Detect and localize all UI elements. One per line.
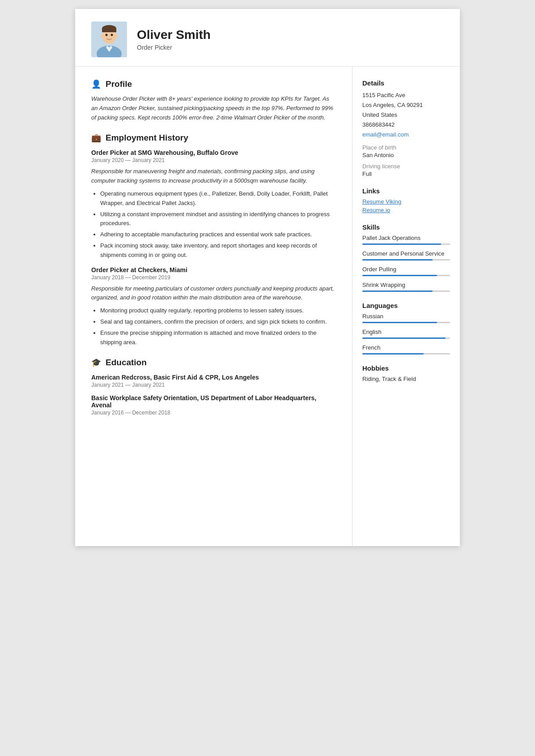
skill-3-fill: [362, 275, 437, 276]
skill-2-name: Customer and Personal Service: [362, 250, 450, 257]
lang-3-name: French: [362, 344, 450, 351]
list-item: Adhering to acceptable manufacturing pra…: [100, 230, 336, 239]
profile-icon: 👤: [91, 79, 101, 89]
job-1: Order Picker at SMG Warehousing, Buffalo…: [91, 149, 336, 260]
edu-1-title: American Redcross, Basic First Aid & CPR…: [91, 374, 336, 381]
details-phone: 3868683442: [362, 120, 450, 130]
lang-2-fill: [362, 337, 446, 339]
details-license-label: Driving license: [362, 163, 450, 170]
languages-section-title: Languages: [362, 302, 450, 309]
details-country: United States: [362, 110, 450, 120]
lang-1: Russian: [362, 313, 450, 323]
skill-4: Shrink Wrapping: [362, 282, 450, 292]
skill-2: Customer and Personal Service: [362, 250, 450, 261]
lang-1-bar: [362, 322, 450, 323]
svg-point-9: [115, 34, 118, 38]
details-pob-label: Place of birth: [362, 144, 450, 151]
avatar: [91, 21, 127, 57]
skill-2-bar: [362, 259, 450, 261]
list-item: Monitoring product quality regularly, re…: [100, 306, 336, 316]
details-section-title: Details: [362, 79, 450, 87]
education-icon: 🎓: [91, 358, 101, 367]
job-2: Order Picker at Checkers, Miami January …: [91, 266, 336, 347]
edu-1: American Redcross, Basic First Aid & CPR…: [91, 374, 336, 388]
skill-4-bar: [362, 290, 450, 292]
candidate-job-title: Order Picker: [137, 44, 211, 51]
header-info: Oliver Smith Order Picker: [137, 28, 211, 51]
list-item: Pack incoming stock away, take inventory…: [100, 241, 336, 260]
job-2-bullets: Monitoring product quality regularly, re…: [91, 306, 336, 347]
lang-2-name: English: [362, 329, 450, 335]
job-2-dates: January 2018 — December 2019: [91, 274, 336, 281]
profile-section-title: 👤 Profile: [91, 79, 336, 89]
resume-wrapper: Oliver Smith Order Picker 👤 Profile Ware…: [75, 9, 460, 546]
job-1-bullets: Operating numerous equipment types (i.e.…: [91, 189, 336, 260]
skill-1-name: Pallet Jack Operations: [362, 235, 450, 241]
skill-4-fill: [362, 290, 433, 292]
lang-3-bar: [362, 353, 450, 355]
left-column: 👤 Profile Warehouse Order Picker with 8+…: [75, 67, 352, 546]
svg-point-6: [106, 34, 108, 36]
employment-icon: 💼: [91, 133, 101, 143]
details-email: email@email.com: [362, 130, 450, 140]
hobbies-section-title: Hobbies: [362, 364, 450, 372]
lang-1-fill: [362, 322, 437, 323]
job-2-title: Order Picker at Checkers, Miami: [91, 266, 336, 273]
details-pob-value: San Antonio: [362, 152, 450, 158]
resume-body: 👤 Profile Warehouse Order Picker with 8+…: [75, 67, 460, 546]
svg-rect-5: [102, 29, 116, 32]
details-address-1: 1515 Pacific Ave: [362, 90, 450, 100]
job-1-desc: Responsible for maneuvering freight and …: [91, 167, 336, 186]
svg-point-8: [101, 34, 103, 38]
candidate-name: Oliver Smith: [137, 28, 211, 42]
lang-3-fill: [362, 353, 424, 355]
svg-point-7: [111, 34, 113, 36]
skill-3-bar: [362, 275, 450, 276]
skill-1-fill: [362, 243, 441, 245]
skill-3-name: Order Pulling: [362, 266, 450, 273]
profile-text: Warehouse Order Picker with 8+ years' ex…: [91, 94, 336, 122]
lang-2: English: [362, 329, 450, 339]
link-2[interactable]: Resume.io: [362, 207, 450, 214]
resume-header: Oliver Smith Order Picker: [75, 9, 460, 67]
edu-1-dates: January 2021 — January 2021: [91, 382, 336, 388]
job-1-title: Order Picker at SMG Warehousing, Buffalo…: [91, 149, 336, 156]
links-section-title: Links: [362, 187, 450, 195]
link-1[interactable]: Resume Viking: [362, 198, 450, 205]
details-license-value: Full: [362, 171, 450, 177]
skill-4-name: Shrink Wrapping: [362, 282, 450, 288]
lang-3: French: [362, 344, 450, 355]
job-2-desc: Responsible for meeting particulars of c…: [91, 284, 336, 303]
edu-2-dates: January 2016 — December 2018: [91, 410, 336, 416]
job-1-dates: January 2020 — January 2021: [91, 157, 336, 163]
skill-1-bar: [362, 243, 450, 245]
employment-section-title: 💼 Employment History: [91, 133, 336, 143]
lang-2-bar: [362, 337, 450, 339]
list-item: Ensure the precise shipping information …: [100, 329, 336, 347]
skills-section-title: Skills: [362, 223, 450, 231]
list-item: Operating numerous equipment types (i.e.…: [100, 189, 336, 208]
list-item: Seal and tag containers, confirm the pre…: [100, 317, 336, 327]
skill-3: Order Pulling: [362, 266, 450, 276]
skill-1: Pallet Jack Operations: [362, 235, 450, 245]
education-section-title: 🎓 Education: [91, 358, 336, 367]
hobbies-text: Riding, Track & Field: [362, 376, 450, 382]
list-item: Utilizing a constant improvement mindset…: [100, 210, 336, 229]
skill-2-fill: [362, 259, 433, 261]
right-column: Details 1515 Pacific Ave Los Angeles, CA…: [352, 67, 460, 546]
lang-1-name: Russian: [362, 313, 450, 320]
details-address-2: Los Angeles, CA 90291: [362, 100, 450, 110]
edu-2: Basic Workplace Safety Orientation, US D…: [91, 394, 336, 416]
edu-2-title: Basic Workplace Safety Orientation, US D…: [91, 394, 336, 409]
